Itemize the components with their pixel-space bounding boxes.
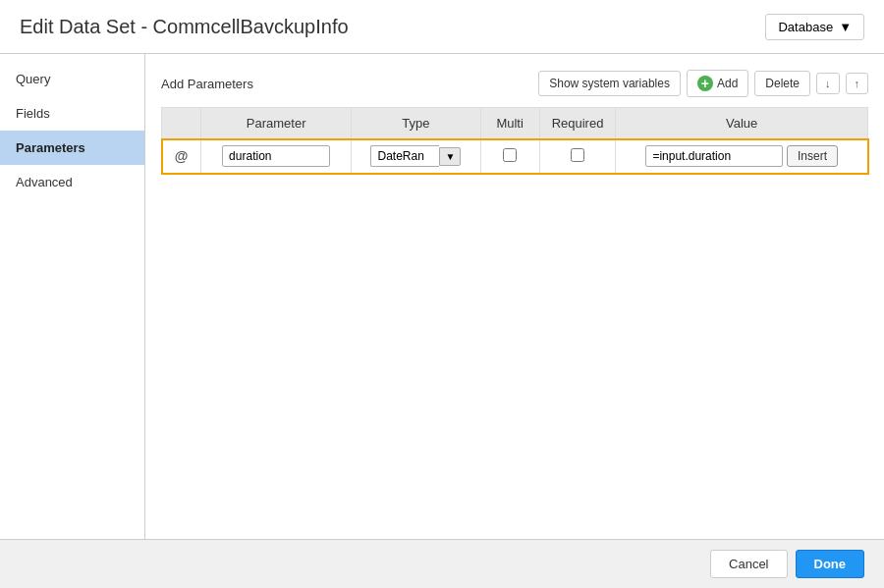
required-cell (539, 139, 616, 174)
sidebar: Query Fields Parameters Advanced (0, 54, 145, 539)
move-down-button[interactable]: ↓ (816, 73, 840, 94)
col-header-required: Required (539, 108, 616, 139)
footer: Cancel Done (0, 539, 884, 588)
type-wrapper: ▼ (359, 145, 471, 167)
sidebar-item-parameters[interactable]: Parameters (0, 131, 144, 165)
type-input[interactable] (370, 145, 439, 167)
value-input[interactable] (645, 145, 783, 167)
header: Edit Data Set - CommcellBavckupInfo Data… (0, 0, 884, 54)
sidebar-item-advanced[interactable]: Advanced (0, 165, 144, 199)
col-header-at (162, 108, 201, 139)
content-header: Add Parameters Show system variables + A… (161, 70, 868, 97)
done-button[interactable]: Done (796, 550, 865, 578)
database-button[interactable]: Database ▼ (765, 14, 864, 40)
section-title: Add Parameters (161, 77, 253, 91)
add-circle-icon: + (697, 76, 713, 91)
delete-button[interactable]: Delete (754, 71, 810, 96)
col-header-value: Value (616, 108, 868, 139)
content-area: Add Parameters Show system variables + A… (145, 54, 884, 539)
chevron-down-icon: ▼ (839, 20, 852, 34)
at-symbol-cell: @ (162, 139, 201, 174)
multi-cell (480, 139, 539, 174)
multi-checkbox[interactable] (503, 148, 517, 162)
database-label: Database (778, 20, 833, 34)
table-row: @ ▼ (162, 139, 868, 174)
move-up-button[interactable]: ↑ (846, 73, 869, 94)
insert-button[interactable]: Insert (787, 145, 838, 167)
type-dropdown-button[interactable]: ▼ (439, 147, 461, 166)
toolbar: Show system variables + Add Delete ↓ ↑ (538, 70, 868, 97)
sidebar-item-query[interactable]: Query (0, 62, 144, 96)
col-header-type: Type (352, 108, 480, 139)
parameter-name-cell (201, 139, 352, 174)
page-title: Edit Data Set - CommcellBavckupInfo (20, 16, 349, 38)
required-checkbox[interactable] (571, 148, 584, 162)
parameter-name-input[interactable] (222, 145, 330, 167)
type-cell: ▼ (352, 139, 480, 174)
main-layout: Query Fields Parameters Advanced Add Par… (0, 54, 884, 539)
at-symbol: @ (175, 148, 189, 164)
value-cell: Insert (616, 139, 868, 174)
col-header-multi: Multi (480, 108, 539, 139)
col-header-parameter: Parameter (201, 108, 352, 139)
sidebar-item-fields[interactable]: Fields (0, 96, 144, 131)
arrow-up-icon: ↑ (855, 78, 860, 89)
cancel-button[interactable]: Cancel (710, 550, 787, 578)
arrow-down-icon: ↓ (825, 78, 831, 89)
parameters-table: Parameter Type Multi Required Value @ (161, 107, 868, 174)
table-header-row: Parameter Type Multi Required Value (162, 108, 868, 139)
show-system-variables-button[interactable]: Show system variables (538, 71, 681, 96)
add-button[interactable]: + Add (687, 70, 748, 97)
